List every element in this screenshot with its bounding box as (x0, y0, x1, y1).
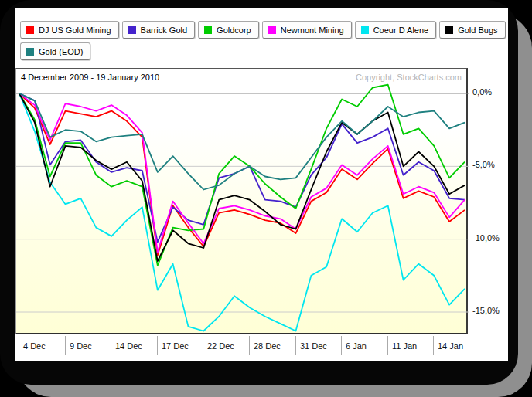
x-axis-label-22-dec: 22 Dec (207, 341, 234, 351)
legend-button-label: Newmont Mining (281, 25, 344, 35)
series-color-swatch (26, 48, 34, 56)
x-axis-tick (341, 336, 342, 355)
x-axis-label-31-dec: 31 Dec (300, 341, 327, 351)
legend-row-2: Gold (EOD) (20, 42, 90, 60)
perfchart-panel: DJ US Gold MiningBarrick GoldGoldcorpNew… (15, 8, 508, 361)
x-axis-label-9-dec: 9 Dec (70, 341, 92, 351)
legend-button-label: DJ US Gold Mining (39, 25, 111, 35)
series-color-swatch (445, 26, 453, 34)
x-axis-tick (387, 336, 388, 355)
x-axis-label-4-dec: 4 Dec (23, 341, 46, 351)
legend-button-label: Gold Bugs (458, 25, 497, 35)
legend-button-newmont-mining[interactable]: Newmont Mining (262, 21, 352, 39)
chart-plot-area: 4 December 2009 - 19 January 2010 Copyri… (15, 68, 468, 334)
x-axis-tick (19, 336, 19, 355)
x-axis-tick (295, 336, 296, 355)
legend-button-gold-eod-[interactable]: Gold (EOD) (20, 42, 90, 60)
legend-button-label: Gold (EOD) (39, 47, 83, 56)
series-color-swatch (361, 26, 369, 34)
series-color-swatch (128, 26, 136, 34)
series-color-swatch (26, 26, 34, 34)
legend-row-1: DJ US Gold MiningBarrick GoldGoldcorpNew… (20, 21, 506, 39)
legend-button-label: Barrick Gold (141, 25, 188, 35)
y-axis-label--5,0%: -5,0% (472, 160, 519, 169)
y-axis-label--10,0%: -10,0% (472, 233, 519, 243)
legend-button-coeur-d-alene[interactable]: Coeur D Alene (355, 21, 437, 39)
x-axis-label-11-jan: 11 Jan (392, 341, 417, 351)
x-axis-tick (249, 336, 250, 355)
legend-button-barrick-gold[interactable]: Barrick Gold (122, 21, 196, 39)
legend-button-gold-bugs[interactable]: Gold Bugs (439, 21, 505, 39)
x-axis-label-14-jan: 14 Jan (438, 341, 463, 351)
x-axis-label-6-jan: 6 Jan (346, 341, 367, 351)
y-axis-label-0,0%: 0,0% (472, 87, 519, 97)
x-axis-tick (111, 336, 111, 355)
copyright-watermark: Copyright, StockCharts.com (356, 73, 462, 82)
x-axis-tick (157, 336, 158, 355)
x-axis-label-14-dec: 14 Dec (115, 341, 142, 351)
series-color-swatch (268, 26, 276, 34)
legend-button-dj-us-gold-mining[interactable]: DJ US Gold Mining (20, 21, 119, 39)
y-axis-label--15,0%: -15,0% (472, 306, 519, 315)
legend-button-goldcorp[interactable]: Goldcorp (198, 21, 259, 39)
performance-line-chart (16, 69, 469, 335)
screenshot-canvas: DJ US Gold MiningBarrick GoldGoldcorpNew… (0, 0, 532, 397)
date-range-title: 4 December 2009 - 19 January 2010 (21, 73, 159, 82)
x-axis-label-17-dec: 17 Dec (162, 341, 189, 351)
x-axis-tick (65, 336, 66, 355)
legend-button-label: Coeur D Alene (373, 25, 429, 35)
x-axis-tick (203, 336, 203, 355)
x-axis-label-28-dec: 28 Dec (254, 341, 281, 351)
series-color-swatch (204, 26, 212, 34)
x-axis-tick (433, 336, 434, 355)
x-axis-band: 4 Dec9 Dec14 Dec17 Dec22 Dec28 Dec31 Dec… (15, 336, 468, 359)
legend-button-label: Goldcorp (217, 25, 251, 35)
